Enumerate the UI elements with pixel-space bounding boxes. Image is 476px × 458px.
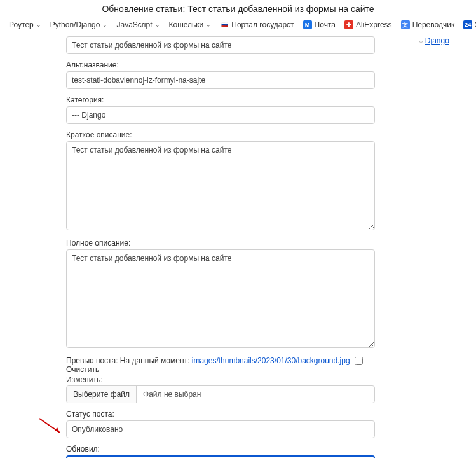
bookmark-javascript[interactable]: JavaScript⌄ xyxy=(116,20,160,29)
updater-label: Обновил: xyxy=(66,445,375,454)
change-label: Изменить: xyxy=(66,375,375,384)
file-input-row: Выберите файл Файл не выбран xyxy=(66,385,375,403)
title-input[interactable] xyxy=(66,36,375,54)
chevron-down-icon: ⌄ xyxy=(36,22,41,28)
annotation-arrow-icon xyxy=(38,417,64,438)
full-desc-textarea[interactable] xyxy=(66,249,375,348)
updater-select[interactable] xyxy=(66,455,375,458)
bookmark-mail[interactable]: MПочта xyxy=(303,20,336,29)
short-desc-textarea[interactable] xyxy=(66,141,375,230)
choose-file-button[interactable]: Выберите файл xyxy=(67,386,137,403)
aliexpress-icon: ✚ xyxy=(344,20,353,29)
chevron-down-icon: ⌄ xyxy=(206,22,211,28)
updater-select-wrapper: --------- Razilator Raphael xyxy=(66,455,375,458)
status-label: Статус поста: xyxy=(66,410,375,419)
thumbnail-line: Превью поста: На данный момент: images/t… xyxy=(66,356,375,374)
short-desc-label: Краткое описание: xyxy=(66,130,375,139)
sidebar-link-django[interactable]: Django xyxy=(425,36,449,45)
bookmark-portal[interactable]: 🇷🇺Портал государст xyxy=(220,20,294,29)
bookmark-24track[interactable]: 2424Track xyxy=(463,20,476,29)
sidebar: ○Django xyxy=(375,32,449,458)
track-icon: 24 xyxy=(463,20,472,29)
bullet-icon: ○ xyxy=(419,39,423,45)
thumbnail-link[interactable]: images/thumbnails/2023/01/30/background.… xyxy=(192,356,350,365)
clear-checkbox[interactable] xyxy=(355,357,363,365)
flag-icon: 🇷🇺 xyxy=(220,20,229,29)
bookmark-router[interactable]: Роутер⌄ xyxy=(9,20,41,29)
clear-label: Очистить xyxy=(66,365,99,374)
bookmark-wallets[interactable]: Кошельки⌄ xyxy=(169,20,212,29)
alt-label: Альт.название: xyxy=(66,60,375,69)
bookmark-aliexpress[interactable]: ✚AliExpress xyxy=(344,20,392,29)
mail-icon: M xyxy=(303,20,312,29)
translate-icon: 文 xyxy=(401,20,410,29)
chevron-down-icon: ⌄ xyxy=(102,22,107,28)
file-status-text: Файл не выбран xyxy=(137,386,207,403)
full-desc-label: Полное описание: xyxy=(66,239,375,247)
chevron-down-icon: ⌄ xyxy=(155,22,160,28)
window-title: Обновление статьи: Тест статьи добавленн… xyxy=(0,0,476,18)
category-label: Категория: xyxy=(66,95,375,104)
category-select[interactable] xyxy=(66,106,375,124)
status-select[interactable] xyxy=(66,420,375,438)
bookmarks-bar: Роутер⌄ Python/Django⌄ JavaScript⌄ Кошел… xyxy=(0,18,476,32)
bookmark-python-django[interactable]: Python/Django⌄ xyxy=(50,20,108,29)
alt-input[interactable] xyxy=(66,71,375,89)
bookmark-translator[interactable]: 文Переводчик xyxy=(401,20,455,29)
